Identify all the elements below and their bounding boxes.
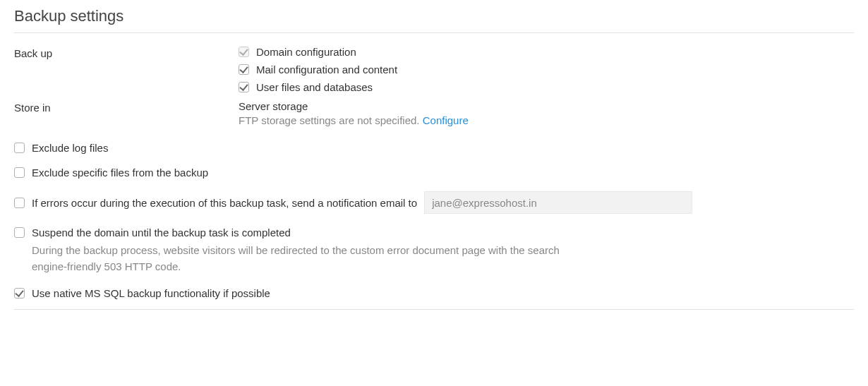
backup-options: Domain configuration Mail configuration … [239, 46, 854, 93]
option-label: Suspend the domain until the backup task… [32, 227, 291, 239]
option-label: Exclude specific files from the backup [32, 167, 208, 179]
store-title: Server storage [239, 100, 854, 112]
backup-option-label: Mail configuration and content [256, 64, 397, 76]
notify-email-input[interactable] [424, 191, 692, 214]
backup-option-mail: Mail configuration and content [239, 64, 854, 76]
backup-row: Back up Domain configuration Mail config… [14, 46, 854, 93]
store-row: Store in Server storage FTP storage sett… [14, 100, 854, 126]
configure-link[interactable]: Configure [423, 114, 469, 126]
option-label: If errors occur during the execution of … [32, 197, 417, 209]
checkbox-exclude-logs[interactable] [14, 143, 25, 153]
option-exclude-specific: Exclude specific files from the backup [14, 167, 854, 179]
backup-label: Back up [14, 46, 239, 59]
backup-option-label: Domain configuration [256, 46, 356, 58]
checkbox-mail[interactable] [239, 64, 249, 75]
extra-options: Exclude log files Exclude specific files… [14, 142, 854, 299]
store-note-text: FTP storage settings are not specified. [239, 114, 423, 126]
checkbox-mssql[interactable] [14, 288, 25, 298]
option-exclude-logs: Exclude log files [14, 142, 854, 154]
section-title: Backup settings [14, 7, 854, 33]
checkbox-suspend[interactable] [14, 227, 25, 238]
backup-option-domain-config: Domain configuration [239, 46, 854, 58]
checkbox-exclude-specific[interactable] [14, 167, 25, 178]
checkbox-userfiles[interactable] [239, 82, 249, 92]
store-note: FTP storage settings are not specified. … [239, 114, 854, 126]
backup-option-label: User files and databases [256, 81, 373, 93]
bottom-divider [14, 309, 854, 310]
backup-option-userfiles: User files and databases [239, 81, 854, 93]
store-value: Server storage FTP storage settings are … [239, 100, 854, 126]
option-suspend: Suspend the domain until the backup task… [14, 227, 854, 275]
checkbox-notify[interactable] [14, 198, 25, 208]
checkbox-domain-config[interactable] [239, 47, 249, 57]
suspend-description: During the backup process, website visit… [32, 243, 568, 275]
option-label: Use native MS SQL backup functionality i… [32, 287, 270, 299]
store-label: Store in [14, 100, 239, 114]
option-label: Exclude log files [32, 142, 108, 154]
option-mssql: Use native MS SQL backup functionality i… [14, 287, 854, 299]
option-notify: If errors occur during the execution of … [14, 191, 854, 214]
